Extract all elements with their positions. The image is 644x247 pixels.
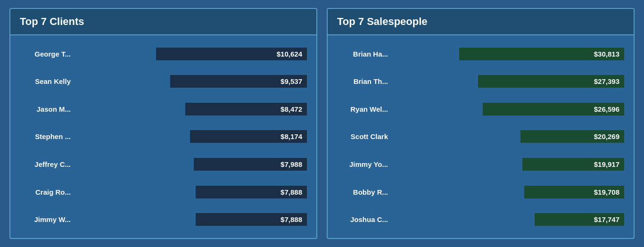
- sales-value: $19,917: [594, 160, 619, 168]
- client-bar: $8,472: [185, 103, 307, 115]
- client-value: $7,888: [281, 215, 302, 223]
- sales-panel-body: Brian Ha... $30,813 Brian Th... $27,393 …: [328, 35, 634, 238]
- sales-panel-title: Top 7 Salespeople: [337, 16, 428, 27]
- client-bar-container: $7,988: [76, 158, 307, 171]
- sales-bar-container: $20,269: [394, 130, 624, 143]
- sales-bar-container: $19,917: [394, 158, 624, 171]
- client-name: Stephen ...: [20, 132, 76, 140]
- client-name: Jimmy W...: [20, 215, 76, 223]
- client-bar-container: $10,624: [76, 48, 307, 60]
- client-row: Jimmy W... $7,888: [20, 211, 307, 228]
- sales-panel: Top 7 Salespeople Brian Ha... $30,813 Br…: [327, 8, 635, 239]
- sales-bar: $20,269: [520, 130, 624, 143]
- sales-bar: $30,813: [459, 48, 624, 60]
- sales-value: $30,813: [594, 50, 619, 58]
- client-row: Stephen ... $8,174: [20, 128, 307, 145]
- sales-row: Scott Clark $20,269: [337, 128, 624, 145]
- sales-bar-container: $27,393: [394, 75, 624, 88]
- salesperson-name: Joshua C...: [337, 215, 394, 223]
- client-value: $7,888: [281, 188, 302, 196]
- clients-panel-header: Top 7 Clients: [10, 9, 316, 35]
- client-bar: $9,537: [170, 75, 307, 88]
- client-name: George T...: [20, 50, 76, 58]
- clients-panel-title: Top 7 Clients: [20, 16, 84, 27]
- sales-bar-container: $30,813: [394, 48, 624, 60]
- client-bar-container: $8,174: [76, 130, 307, 143]
- sales-value: $27,393: [594, 77, 619, 85]
- sales-bar: $27,393: [478, 75, 624, 88]
- client-value: $7,988: [281, 160, 302, 168]
- client-bar-container: $9,537: [76, 75, 307, 88]
- client-value: $9,537: [281, 77, 302, 85]
- sales-panel-header: Top 7 Salespeople: [328, 9, 634, 35]
- clients-panel: Top 7 Clients George T... $10,624 Sean K…: [9, 8, 317, 239]
- client-bar: $7,888: [196, 213, 307, 226]
- clients-panel-body: George T... $10,624 Sean Kelly $9,537 Ja…: [10, 35, 316, 238]
- client-bar: $7,988: [194, 158, 307, 171]
- sales-bar: $26,596: [483, 103, 624, 115]
- client-row: Craig Ro... $7,888: [20, 184, 307, 200]
- sales-row: Joshua C... $17,747: [337, 211, 624, 228]
- sales-bar-container: $26,596: [394, 103, 624, 115]
- sales-bar: $19,708: [524, 186, 624, 198]
- sales-row: Bobby R... $19,708: [337, 184, 624, 200]
- client-bar-container: $7,888: [76, 213, 307, 226]
- salesperson-name: Scott Clark: [337, 132, 394, 140]
- client-row: Jason M... $8,472: [20, 101, 307, 117]
- salesperson-name: Jimmy Yo...: [337, 160, 394, 168]
- sales-row: Jimmy Yo... $19,917: [337, 156, 624, 173]
- client-bar: $8,174: [190, 130, 307, 143]
- sales-value: $26,596: [594, 105, 619, 113]
- client-value: $8,472: [281, 105, 302, 113]
- sales-row: Brian Th... $27,393: [337, 73, 624, 90]
- sales-bar: $17,747: [535, 213, 624, 226]
- sales-value: $17,747: [594, 215, 619, 223]
- client-bar: $7,888: [196, 186, 307, 198]
- sales-value: $20,269: [594, 132, 619, 140]
- sales-row: Brian Ha... $30,813: [337, 46, 624, 62]
- client-name: Jeffrey C...: [20, 160, 76, 168]
- client-name: Sean Kelly: [20, 77, 76, 85]
- client-name: Jason M...: [20, 105, 76, 113]
- salesperson-name: Brian Ha...: [337, 50, 394, 58]
- sales-bar-container: $19,708: [394, 186, 624, 198]
- sales-bar: $19,917: [522, 158, 624, 171]
- salesperson-name: Ryan Wel...: [337, 105, 394, 113]
- sales-row: Ryan Wel... $26,596: [337, 101, 624, 117]
- client-name: Craig Ro...: [20, 188, 76, 196]
- salesperson-name: Bobby R...: [337, 188, 394, 196]
- client-row: Jeffrey C... $7,988: [20, 156, 307, 173]
- client-bar-container: $7,888: [76, 186, 307, 198]
- client-bar-container: $8,472: [76, 103, 307, 115]
- sales-bar-container: $17,747: [394, 213, 624, 226]
- salesperson-name: Brian Th...: [337, 77, 394, 85]
- client-row: Sean Kelly $9,537: [20, 73, 307, 90]
- client-bar: $10,624: [156, 48, 307, 60]
- client-row: George T... $10,624: [20, 46, 307, 62]
- client-value: $8,174: [281, 132, 302, 140]
- sales-value: $19,708: [594, 188, 619, 196]
- client-value: $10,624: [277, 50, 302, 58]
